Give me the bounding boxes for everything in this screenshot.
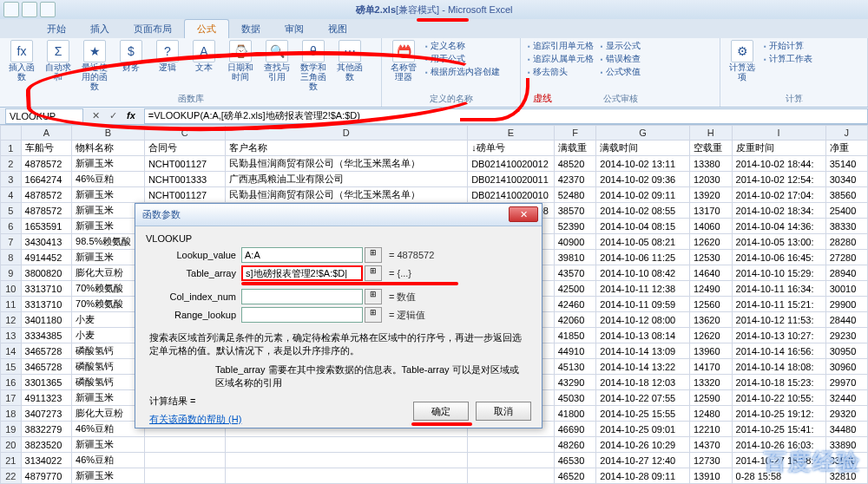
cell[interactable]: 4879770 [21, 468, 72, 484]
cell[interactable]: 新疆玉米 [72, 219, 145, 234]
cell[interactable]: 13920 [689, 187, 732, 203]
cell[interactable]: 广西惠禹粮油工业有限公司 [225, 172, 468, 187]
cell[interactable]: 12620 [689, 234, 732, 250]
cell[interactable]: 2014-10-04 08:15 [596, 219, 690, 234]
cell[interactable]: 14640 [689, 265, 732, 281]
row-header[interactable]: 1 [1, 141, 22, 156]
cell[interactable]: 14170 [689, 359, 732, 375]
dialog-title-bar[interactable]: 函数参数 ✕ [135, 204, 542, 226]
cell[interactable]: DB021410020012 [468, 156, 555, 172]
col-header[interactable]: G [596, 126, 690, 141]
cancel-button[interactable]: 取消 [476, 402, 531, 421]
cell[interactable]: 14060 [689, 219, 732, 234]
col-header[interactable]: A [21, 126, 72, 141]
ribbon-btn[interactable]: 🔍查找与引用 [260, 40, 293, 82]
cell[interactable]: NCHT001127 [144, 156, 225, 172]
cell[interactable]: DB021410020011 [468, 172, 555, 187]
ribbon-btn[interactable]: ★最近使用的函数 [78, 40, 111, 91]
col-header[interactable]: I [732, 126, 825, 141]
range-picker-icon[interactable]: ⊞ [365, 307, 382, 323]
cell[interactable]: 2014-10-27 12:40 [596, 453, 690, 468]
tab-data[interactable]: 数据 [229, 20, 273, 38]
cell[interactable]: 14370 [689, 437, 732, 453]
cell[interactable]: 2014-10-25 15:41: [732, 422, 825, 437]
row-header[interactable]: 12 [1, 312, 22, 328]
param-input[interactable] [241, 289, 363, 304]
cell[interactable]: 3823520 [21, 437, 72, 453]
row-header[interactable]: 13 [1, 328, 22, 343]
cell[interactable]: 2014-10-18 15:23: [732, 375, 825, 390]
cell[interactable]: 3301365 [21, 375, 72, 390]
ribbon-btn[interactable]: $财务 [115, 40, 148, 72]
cell[interactable] [468, 468, 555, 484]
cell[interactable]: 13320 [689, 375, 732, 390]
cell[interactable]: 13380 [689, 156, 732, 172]
cell[interactable]: 38570 [554, 203, 596, 219]
cell[interactable]: 1653591 [21, 219, 72, 234]
cell[interactable]: 2014-10-05 08:21 [596, 234, 690, 250]
cell[interactable]: 2014-10-02 09:11 [596, 187, 690, 203]
ribbon-mini[interactable]: 定义名称 [424, 40, 502, 52]
cell[interactable]: 4878572 [21, 203, 72, 219]
cell[interactable]: 27280 [825, 250, 867, 265]
cell[interactable]: 满载重 [554, 141, 596, 156]
cell[interactable]: 2014-10-06 16:45: [732, 250, 825, 265]
cancel-formula-icon[interactable]: ✕ [89, 110, 102, 121]
row-header[interactable]: 19 [1, 422, 22, 437]
cell[interactable]: 39810 [554, 250, 596, 265]
cell[interactable]: 2014-10-10 15:29: [732, 265, 825, 281]
cell[interactable]: 12590 [689, 390, 732, 406]
cell[interactable]: 膨化大豆粉 [72, 406, 145, 422]
cell[interactable]: NCHT001333 [144, 172, 225, 187]
cell[interactable]: 膨化大豆粉 [72, 265, 145, 281]
close-icon[interactable]: ✕ [509, 206, 538, 222]
cell[interactable]: 2014-10-02 18:44: [732, 156, 825, 172]
cell[interactable]: 2014-10-02 09:36 [596, 172, 690, 187]
cell[interactable]: 13960 [689, 343, 732, 359]
row-header[interactable]: 11 [1, 297, 22, 312]
row-header[interactable]: 17 [1, 390, 22, 406]
col-header[interactable]: H [689, 126, 732, 141]
cell[interactable]: 30340 [825, 172, 867, 187]
cell[interactable] [468, 437, 555, 453]
cell[interactable]: 2014-10-14 13:22 [596, 359, 690, 375]
range-picker-icon[interactable]: ⊞ [365, 289, 382, 304]
cell[interactable]: 42460 [554, 297, 596, 312]
cell[interactable]: 2014-10-02 12:54: [732, 172, 825, 187]
cell[interactable]: 43570 [554, 265, 596, 281]
cell[interactable]: 34480 [825, 422, 867, 437]
ribbon-mini[interactable]: 追踪从属单元格 [526, 53, 595, 65]
cell[interactable]: 2014-10-12 11:53: [732, 312, 825, 328]
cell[interactable]: 46%豆粕 [72, 453, 145, 468]
cell[interactable]: 12730 [689, 453, 732, 468]
cell[interactable]: 13910 [689, 468, 732, 484]
cell[interactable]: 3407273 [21, 406, 72, 422]
param-input[interactable] [241, 247, 363, 263]
ribbon-btn[interactable]: Σ自动求和 [42, 40, 75, 82]
cell[interactable]: 12530 [689, 250, 732, 265]
cell[interactable]: 磷酸氢钙 [72, 343, 145, 359]
cell[interactable]: 42500 [554, 281, 596, 297]
row-header[interactable]: 2 [1, 156, 22, 172]
cell[interactable]: 小麦 [72, 328, 145, 343]
cell[interactable]: 12560 [689, 297, 732, 312]
cell[interactable]: 新疆玉米 [72, 187, 145, 203]
cell[interactable]: 2014-10-26 10:29 [596, 437, 690, 453]
ribbon-btn[interactable]: A文本 [187, 40, 220, 72]
cell[interactable]: 45030 [554, 390, 596, 406]
param-input[interactable] [241, 307, 363, 323]
qat-undo-icon[interactable] [22, 2, 37, 17]
col-header[interactable] [1, 126, 22, 141]
cell[interactable]: 2014-10-11 15:21: [732, 297, 825, 312]
tab-page-layout[interactable]: 页面布局 [122, 20, 184, 38]
row-header[interactable]: 18 [1, 406, 22, 422]
cell[interactable]: 2014-10-02 17:04: [732, 187, 825, 203]
cell[interactable]: 2014-10-06 11:25 [596, 250, 690, 265]
cell[interactable]: 13620 [689, 312, 732, 328]
cell[interactable]: 2014-10-13 10:27: [732, 328, 825, 343]
cell[interactable]: 3134022 [21, 453, 72, 468]
tab-review[interactable]: 审阅 [273, 20, 316, 38]
cell[interactable]: 4878572 [21, 187, 72, 203]
cell[interactable]: 2014-10-13 08:14 [596, 328, 690, 343]
col-header[interactable]: C [144, 126, 225, 141]
